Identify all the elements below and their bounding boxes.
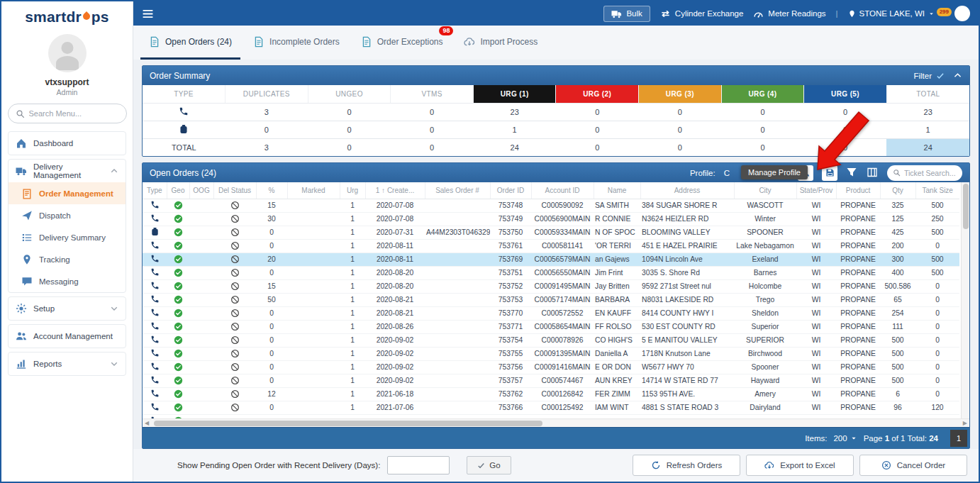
save-profile-button[interactable] [822,165,837,181]
order-summary-panel: Order Summary Filter TYPEDUPLICATESUNGEO… [142,65,970,157]
no-delivery-icon [230,268,240,277]
vertical-scrollbar[interactable] [961,182,969,418]
order-row[interactable]: 12 1 2021-06-18 753762 C000126842 FER ZI… [143,387,959,401]
app-window: smartdrps vtxsupport Admin Dashboard Del… [0,0,980,483]
sidebar-item-reports[interactable]: Reports [9,352,126,375]
search-icon [16,109,25,118]
summary-col-urg-4: URG (4) [721,85,804,103]
sidebar-item-dashboard[interactable]: Dashboard [9,132,126,155]
topbar-avatar[interactable] [954,6,970,21]
tab-open-orders-24[interactable]: Open Orders (24) [140,26,240,60]
page-number-button[interactable]: 1 [950,430,967,447]
orders-col-type[interactable]: Type [143,182,167,199]
orders-col-[interactable]: % [256,182,287,199]
ticket-search-input[interactable] [904,169,957,177]
orders-col-geo[interactable]: Geo [167,182,189,199]
sidebar-item-tracking[interactable]: Tracking [9,248,126,270]
orders-col-qty[interactable]: Qty [880,182,915,199]
order-row[interactable]: 0 1 2020-08-20 753751 C00056550MAIN Jim … [143,266,959,279]
vertical-scrollbar-thumb[interactable] [963,184,969,229]
orders-col-name[interactable]: Name [594,182,640,199]
filter-toggle[interactable]: Filter [913,72,945,80]
sidebar-item-account-management[interactable]: Account Management [9,325,126,348]
column-settings-button[interactable] [867,167,879,179]
sidebar-item-messaging[interactable]: Messaging [9,270,126,292]
chevron-down-icon [850,435,857,442]
orders-col-sales-order[interactable]: Sales Order # [425,182,490,199]
export-to-excel-button[interactable]: Export to Excel [746,455,854,476]
orders-col-oog[interactable]: OOG [189,182,213,199]
columns-grid-icon [867,167,879,178]
items-per-page-select[interactable]: 200 [833,434,857,443]
search-menu-input[interactable] [29,109,116,118]
orders-col-marked[interactable]: Marked [287,182,340,199]
summary-row: 30023000023 [143,103,969,121]
topbar-bulk-button[interactable]: Bulk [603,6,650,22]
tab-incomplete-orders[interactable]: Incomplete Orders [245,26,348,60]
orders-col-urg[interactable]: Urg [340,182,365,199]
horizontal-scrollbar-thumb[interactable] [154,421,542,426]
sidebar-item-setup[interactable]: Setup [9,297,126,320]
orders-col-tank-size[interactable]: Tank Size [915,182,959,199]
collapse-panel-icon[interactable] [953,71,962,80]
order-row[interactable]: 0 1 2020-07-31 A44M2303T046329 753750 C0… [143,226,959,239]
phone-icon [150,213,160,223]
order-row[interactable]: 15 1 2020-07-08 753748 C000590092 SA SMI… [143,199,959,212]
filter-funnel-button[interactable] [846,167,858,179]
orders-col-city[interactable]: City [734,182,796,199]
menu-toggle-icon[interactable] [142,8,154,20]
tab-order-exceptions[interactable]: Order Exceptions 98 [352,26,452,60]
order-row[interactable]: 0 1 2020-09-02 753755 C00091395MAIN Dani… [143,347,959,360]
order-row[interactable]: 0 1 2020-09-02 753756 C00091416MAIN E OR… [143,360,959,374]
scroll-left-icon[interactable]: ◀ [145,420,149,426]
refresh-orders-button[interactable]: Refresh Orders [633,455,740,476]
tab-import-process[interactable]: Import Process [455,26,546,60]
phone-icon [150,321,160,331]
orders-col-address[interactable]: Address [640,182,734,199]
user-avatar [48,34,87,72]
funnel-icon [846,167,858,178]
cloud-icon [764,460,774,470]
scroll-right-icon[interactable]: ▶ [963,420,967,426]
notification-badge: 299 [937,8,952,16]
summary-row: 000100001 [143,121,969,138]
sidebar-item-dispatch[interactable]: Dispatch [9,204,126,226]
sidebar-item-delivery-management[interactable]: Delivery Management [9,160,126,182]
horizontal-scrollbar[interactable]: ◀ ▶ [143,418,969,427]
order-row[interactable]: 0 1 2020-08-21 753770 C000572552 EN KAUF… [143,306,959,320]
pin-icon [21,254,33,265]
location-selector[interactable]: STONE LAKE, WI [848,9,935,18]
order-row[interactable]: 30 1 2020-07-08 753749 C00056900MAIN R C… [143,212,959,226]
orders-col-order-id[interactable]: Order ID [490,182,531,199]
order-row[interactable]: 0 1 2021-07-06 753766 C000125492 IAM WIN… [143,401,959,414]
summary-col-urg-5: URG (5) [804,85,887,103]
order-row[interactable]: 50 1 2020-08-21 753753 C00057174MAIN BAR… [143,293,959,306]
orders-col-state-prov[interactable]: State/Prov [796,182,836,199]
orders-col-product[interactable]: Product [836,182,880,199]
sidebar-item-order-management[interactable]: Order Management [9,182,126,204]
order-row[interactable]: 20 1 2020-08-11 753769 C00056579MAIN an … [143,252,959,266]
chevron-icon [110,304,118,313]
page-info: Page 1 of 1 Total: 24 [864,434,938,443]
tank-icon [179,124,189,134]
order-row[interactable]: 0 1 2020-09-02 753754 C000078926 CO HIGH… [143,333,959,347]
no-delivery-icon [230,403,240,412]
topbar-cylinder-exchange-button[interactable]: Cylinder Exchange [660,9,744,19]
go-button[interactable]: Go [467,456,511,474]
order-row[interactable]: 0 1 2020-09-02 753757 C000574467 AUN KRE… [143,374,959,387]
orders-col-1-create[interactable]: 1 ↑ Create... [365,182,425,199]
cancel-order-button[interactable]: Cancel Order [859,455,967,476]
orders-col-account-id[interactable]: Account ID [531,182,594,199]
phone-icon [150,200,160,209]
pending-days-input[interactable] [387,456,450,474]
topbar-meter-readings-button[interactable]: Meter Readings [753,9,825,19]
summary-col-duplicates: DUPLICATES [225,85,308,103]
clipboard-icon [21,188,33,199]
order-row[interactable]: 0 1 2020-08-11 753761 C000581141 'OR TER… [143,239,959,252]
orders-col-del-status[interactable]: Del Status [213,182,256,199]
summary-col-urg-1: URG (1) [473,85,556,103]
sidebar: smartdrps vtxsupport Admin Dashboard Del… [1,1,133,482]
order-row[interactable]: 15 1 2020-08-20 753752 C00091495MAIN Jay… [143,279,959,293]
sidebar-item-delivery-summary[interactable]: Delivery Summary [9,226,126,248]
order-row[interactable]: 0 1 2020-08-26 753771 C00058654MAIN FF R… [143,320,959,333]
